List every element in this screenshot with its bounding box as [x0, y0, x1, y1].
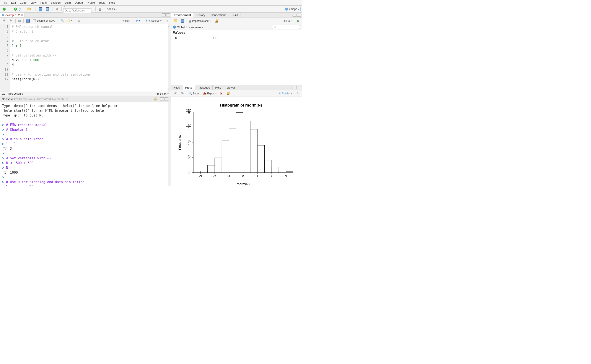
- minimize-console-button[interactable]: [160, 98, 164, 100]
- menu-file[interactable]: File: [1, 0, 9, 5]
- tab-plots[interactable]: Plots: [182, 85, 195, 90]
- save-button[interactable]: [38, 7, 44, 12]
- find-replace-button[interactable]: [59, 18, 65, 23]
- new-file-button[interactable]: ▾: [1, 7, 9, 11]
- console-path-icon[interactable]: [66, 98, 68, 101]
- code-tools-button[interactable]: [66, 19, 74, 23]
- print-button[interactable]: [54, 7, 60, 11]
- tab-help[interactable]: Help: [212, 85, 224, 90]
- source-button[interactable]: ⬇➔ Source: [144, 18, 163, 23]
- editor-scrollbar[interactable]: [168, 24, 171, 91]
- tab-build[interactable]: Build: [229, 13, 241, 18]
- source-on-save-checkbox[interactable]: Source on Save: [32, 19, 56, 23]
- menu-debug[interactable]: Debug: [73, 0, 85, 5]
- env-var-name[interactable]: N: [171, 35, 206, 41]
- zoom-button[interactable]: Zoom: [187, 91, 201, 96]
- svg-rect-12: [257, 145, 264, 173]
- svg-text:50: 50: [187, 156, 191, 159]
- env-pane-controls: [292, 14, 302, 17]
- tab-files[interactable]: Files: [171, 85, 182, 90]
- console-scrollbar[interactable]: [168, 102, 171, 186]
- menu-code[interactable]: Code: [18, 0, 28, 5]
- source-tabs: example.R* ×: [0, 13, 171, 18]
- editor-statusbar: 9:2 (Top Level) ≑ R Script ≑: [0, 91, 171, 96]
- view-mode-button[interactable]: ≡ List: [283, 19, 294, 23]
- maximize-plots-button[interactable]: [297, 86, 301, 89]
- tab-packages[interactable]: Packages: [195, 85, 212, 90]
- svg-text:Frequency: Frequency: [178, 135, 181, 150]
- tab-history[interactable]: History: [194, 13, 208, 18]
- import-dataset-button[interactable]: Import Dataset: [187, 19, 212, 23]
- goto-file-function[interactable]: [63, 5, 94, 13]
- menu-edit[interactable]: Edit: [9, 0, 18, 5]
- export-plot-button[interactable]: 📤 Export: [202, 91, 218, 96]
- project-menu[interactable]: emaph ▾: [284, 7, 301, 11]
- menu-help[interactable]: Help: [107, 0, 117, 5]
- maximize-env-button[interactable]: [297, 14, 301, 17]
- minimize-plots-button[interactable]: [292, 86, 297, 89]
- menu-session[interactable]: Session: [49, 0, 62, 5]
- save-source-button[interactable]: [25, 18, 31, 23]
- outline-button[interactable]: ≡: [166, 19, 170, 23]
- code-editor[interactable]: 123456789101112 # EMA research manual# C…: [0, 24, 171, 91]
- refresh-plot-button[interactable]: [295, 91, 301, 96]
- env-search-input[interactable]: [272, 25, 300, 29]
- clear-plots-button[interactable]: [226, 91, 231, 96]
- menu-bar: FileEditCodeViewPlotsSessionBuildDebugPr…: [0, 0, 302, 6]
- publish-button[interactable]: ↻ Publish: [278, 91, 294, 96]
- tab-viewer[interactable]: Viewer: [224, 85, 238, 90]
- refresh-env-button[interactable]: [295, 19, 301, 23]
- close-tab-icon[interactable]: ×: [21, 13, 23, 17]
- show-in-new-window-button[interactable]: [17, 18, 22, 23]
- goto-input[interactable]: [63, 8, 92, 13]
- line-gutter: 123456789101112: [0, 24, 10, 91]
- menu-plots[interactable]: Plots: [39, 0, 48, 5]
- menu-view[interactable]: View: [29, 0, 38, 5]
- env-section-header: Values: [171, 30, 302, 35]
- console-output[interactable]: Type 'demo()' for some demos, 'help()' f…: [0, 102, 171, 186]
- svg-rect-3: [193, 172, 200, 173]
- scope-indicator[interactable]: (Top Level) ≑: [8, 92, 24, 95]
- run-button[interactable]: ➔ Run: [121, 18, 131, 23]
- open-file-button[interactable]: [26, 7, 34, 11]
- menu-build[interactable]: Build: [63, 0, 73, 5]
- save-workspace-button[interactable]: [179, 19, 186, 23]
- minimize-pane-button[interactable]: [162, 13, 166, 16]
- menu-tools[interactable]: Tools: [97, 0, 107, 5]
- new-project-button[interactable]: [13, 7, 22, 11]
- nav-back-button[interactable]: ⮜: [1, 18, 7, 23]
- rerun-button[interactable]: ↻➔: [134, 18, 141, 23]
- tab-connections[interactable]: Connections: [208, 13, 229, 18]
- plot-area: Histogram of rnorm(N)-3-2-10123050100150…: [171, 97, 302, 186]
- clear-console-button[interactable]: [153, 97, 158, 101]
- clear-env-button[interactable]: [214, 19, 219, 23]
- file-type-indicator[interactable]: R Script ≑: [157, 92, 169, 95]
- prev-plot-button[interactable]: ⮜: [173, 91, 179, 96]
- env-table: N 1000: [171, 35, 302, 41]
- file-tab-label: example.R*: [5, 13, 20, 17]
- menu-profile[interactable]: Profile: [85, 0, 97, 5]
- r-icon: [285, 7, 288, 11]
- compile-report-button[interactable]: [77, 18, 82, 23]
- nav-forward-button[interactable]: ⮞: [8, 18, 14, 23]
- svg-text:150: 150: [187, 124, 191, 130]
- code-lines[interactable]: # EMA research manual# Chapter 1 # R is …: [10, 24, 168, 91]
- svg-text:Histogram of rnorm(N): Histogram of rnorm(N): [220, 103, 262, 107]
- load-workspace-button[interactable]: [173, 19, 179, 23]
- maximize-pane-button[interactable]: [166, 13, 170, 16]
- workspace-layout-button[interactable]: [97, 7, 105, 12]
- console-tab[interactable]: Console: [2, 98, 13, 101]
- maximize-console-button[interactable]: [165, 98, 168, 100]
- env-search[interactable]: [272, 25, 300, 29]
- minimize-env-button[interactable]: [292, 14, 297, 17]
- console-header: Console C:/Users/jruwa/surfdrive/Work/R/…: [0, 96, 171, 102]
- env-var-value[interactable]: 1000: [206, 35, 302, 41]
- addins-button[interactable]: Addins: [106, 7, 118, 11]
- file-tab-example[interactable]: example.R* ×: [0, 13, 25, 17]
- save-all-button[interactable]: [44, 7, 51, 12]
- tab-environment[interactable]: Environment: [171, 13, 194, 18]
- env-scope-selector[interactable]: Global Environment: [177, 26, 203, 29]
- source-toolbar: ⮜ ⮞ Source on Save ➔ Run ↻➔ ⬇➔ Source: [0, 18, 171, 24]
- remove-plot-button[interactable]: ✖: [219, 91, 224, 96]
- next-plot-button[interactable]: ⮞: [179, 91, 186, 96]
